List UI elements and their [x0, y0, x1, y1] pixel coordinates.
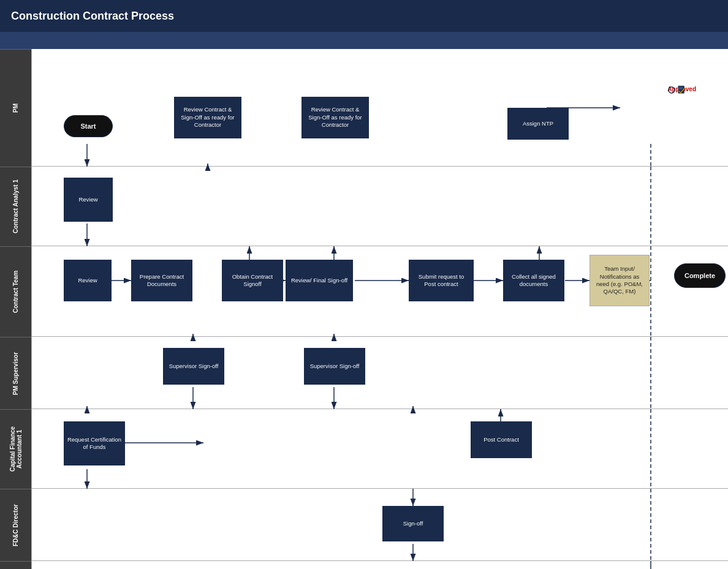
lane-gc: Distributed to GC	[32, 561, 728, 569]
post-contract-node: Post Contract	[471, 421, 532, 458]
director-signoff-node: Sign-off	[382, 506, 444, 541]
pm-review2-node: Review Contract & Sign-Off as ready for …	[301, 97, 369, 138]
lane-label-team: Contract Team	[0, 246, 31, 337]
start-node: Start	[64, 115, 113, 137]
supervisor-signoff2-node: Supervisor Sign-off	[304, 348, 365, 385]
lane-label-analyst: Contract Analyst 1	[0, 167, 31, 246]
team-review-node: Review	[64, 260, 112, 301]
lane-pm: Start Review Contract & Sign-Off as read…	[32, 49, 728, 167]
lane-finance: Request Certification of Funds Post Cont…	[32, 409, 728, 489]
complete-node: Complete	[674, 263, 726, 288]
sub-bar	[0, 32, 728, 49]
lane-label-supervisor: PM Supervisor	[0, 337, 31, 409]
page-title: Construction Contract Process	[11, 10, 174, 23]
review-final-node: Review/ Final Sign-off	[286, 260, 353, 301]
submit-post-node: Submit request to Post contract	[409, 260, 474, 301]
lane-team: Review Prepare Contract Documents Obtain…	[32, 246, 728, 337]
lane-analyst: Review	[32, 167, 728, 246]
supervisor-signoff1-node: Supervisor Sign-off	[163, 348, 224, 385]
approved-label: Approved	[667, 86, 696, 92]
lane-supervisor: Supervisor Sign-off Supervisor Sign-off	[32, 337, 728, 409]
prepare-docs-node: Prepare Contract Documents	[131, 260, 192, 301]
collect-signed-node: Collect all signed documents	[503, 260, 564, 301]
lane-label-finance: Capital Finance Accountant 1	[0, 409, 31, 489]
pm-review1-node: Review Contract & Sign-Off as ready for …	[174, 97, 241, 138]
lane-label-gc: GC	[0, 561, 31, 569]
title-bar: Construction Contract Process	[0, 0, 728, 32]
obtain-signoff-node: Obtain Contract Signoff	[222, 260, 283, 301]
request-cert-node: Request Certification of Funds	[64, 421, 125, 465]
lane-label-pm: PM	[0, 49, 31, 167]
lane-label-director: FD&C Director	[0, 489, 31, 561]
team-input-node: Team Input/ Notifications as need (e.g. …	[590, 255, 650, 306]
assign-ntp-node: Assign NTP	[507, 108, 569, 140]
lane-director: Sign-off	[32, 489, 728, 561]
analyst-review-node: Review	[64, 178, 113, 222]
